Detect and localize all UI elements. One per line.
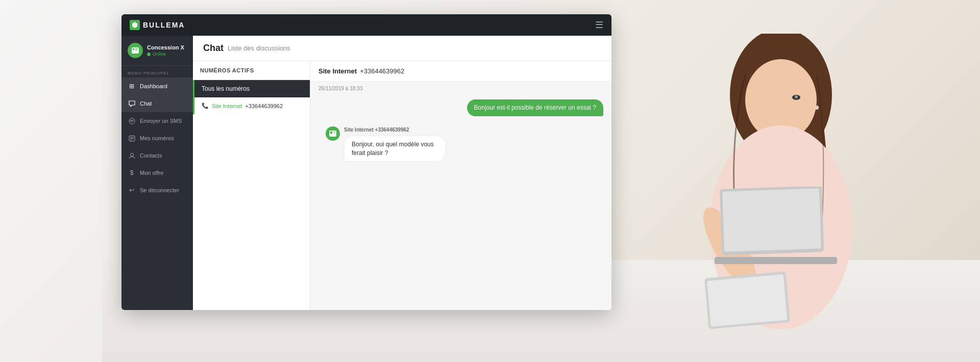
sidebar-item-contacts[interactable]: Contacts: [121, 147, 193, 164]
chat-body: Numéros actifs Tous les numéros 📞 Site I…: [193, 61, 611, 310]
profile-status: Online: [147, 51, 187, 57]
sidebar-item-label-sms: Envoyer un SMS: [140, 118, 182, 124]
conv-timestamp: 26/11/2019 à 18:33: [310, 82, 611, 95]
svg-rect-22: [707, 274, 787, 327]
sidebar-item-label-chat: Chat: [140, 100, 152, 107]
svg-rect-28: [715, 257, 837, 264]
svg-rect-41: [333, 132, 335, 133]
offre-icon: $: [128, 169, 136, 177]
svg-rect-40: [330, 132, 332, 134]
hamburger-icon[interactable]: ☰: [595, 19, 603, 31]
status-label: Online: [153, 51, 166, 57]
logo-area: BULLEMA: [130, 20, 185, 30]
number-item-all[interactable]: Tous les numéros: [193, 80, 310, 97]
chat-icon: [128, 99, 136, 108]
profile-avatar: [128, 43, 143, 58]
messages-area: Bonjour est-il possible de réserver un e…: [310, 95, 611, 310]
laptop-decoration: [715, 187, 837, 270]
svg-point-24: [795, 95, 798, 98]
svg-point-25: [815, 106, 819, 110]
received-sender-label: Site Internet +33644639962: [344, 126, 479, 134]
sms-icon: [128, 117, 136, 125]
sidebar-item-label-contacts: Contacts: [140, 152, 162, 159]
svg-rect-27: [722, 188, 821, 252]
sidebar-item-envoyer-sms[interactable]: Envoyer un SMS: [121, 112, 193, 130]
sidebar-item-mon-offre[interactable]: $ Mon offre: [121, 164, 193, 182]
received-avatar: [326, 126, 340, 141]
sidebar-item-dashboard[interactable]: ⊞ Dashboard: [121, 77, 193, 95]
top-bar: BULLEMA ☰: [121, 14, 611, 36]
profile-name: Concession X: [147, 44, 187, 50]
sidebar-item-label-numeros: Mes numéros: [140, 135, 174, 141]
sidebar-item-label-deconnecter: Se déconnecter: [140, 187, 179, 193]
conversation-panel: Site Internet +33644639962 26/11/2019 à …: [310, 61, 611, 310]
number-item-site-internet[interactable]: 📞 Site Internet +33644639962: [193, 97, 310, 114]
sidebar-item-chat[interactable]: Chat: [121, 95, 193, 112]
sidebar-item-label-dashboard: Dashboard: [140, 83, 167, 89]
sidebar-profile: Concession X Online: [121, 36, 193, 66]
message-received-text: Bonjour, oui quel modèle vous ferait pla…: [352, 141, 434, 157]
sidebar-item-label-offre: Mon offre: [140, 170, 163, 176]
app-body: Concession X Online MENU PRINCIPAL ⊞ Das…: [121, 36, 611, 310]
sidebar: Concession X Online MENU PRINCIPAL ⊞ Das…: [121, 36, 193, 310]
profile-row: Concession X Online: [128, 43, 187, 58]
sidebar-menu: ⊞ Dashboard Chat: [121, 77, 193, 199]
dashboard-icon: ⊞: [128, 82, 136, 90]
chat-header: Chat Liste des discussions: [193, 36, 611, 61]
number-item-site-number: +33644639962: [245, 103, 283, 109]
message-received-row: Site Internet +33644639962 Bonjour, oui …: [318, 122, 486, 166]
numbers-header: Numéros actifs: [193, 61, 310, 80]
numbers-panel: Numéros actifs Tous les numéros 📞 Site I…: [193, 61, 310, 310]
sidebar-item-mes-numeros[interactable]: Mes numéros: [121, 130, 193, 147]
conv-header: Site Internet +33644639962: [310, 61, 611, 82]
main-content: Chat Liste des discussions Numéros actif…: [193, 36, 611, 310]
message-sent-row: Bonjour est-il possible de réserver un e…: [318, 99, 603, 116]
number-item-site-name: Site Internet: [212, 103, 242, 109]
status-dot: [147, 53, 151, 56]
svg-rect-30: [133, 48, 134, 50]
svg-point-38: [130, 153, 133, 156]
chat-page-title: Chat: [203, 43, 224, 54]
message-sent-text: Bonjour est-il possible de réserver un e…: [474, 104, 596, 111]
numeros-icon: [128, 134, 136, 142]
conv-header-name: Site Internet: [318, 67, 357, 75]
profile-info: Concession X Online: [147, 44, 187, 57]
app-window: BULLEMA ☰ Concess: [121, 14, 611, 310]
message-bubble-received: Bonjour, oui quel modèle vous ferait pla…: [344, 136, 446, 162]
contacts-icon: [128, 151, 136, 160]
number-item-all-label: Tous les numéros: [202, 85, 250, 92]
menu-section-label: MENU PRINCIPAL: [121, 66, 193, 77]
svg-rect-32: [135, 50, 137, 51]
svg-rect-31: [135, 48, 138, 49]
phone-icon: 📞: [202, 102, 209, 109]
conv-header-number: +33644639962: [360, 67, 404, 75]
message-bubble-sent: Bonjour est-il possible de réserver un e…: [467, 99, 603, 116]
deconnecter-icon: ↩: [128, 186, 136, 194]
sidebar-item-deconnecter[interactable]: ↩ Se déconnecter: [121, 182, 193, 199]
logo-text: BULLEMA: [143, 21, 185, 29]
logo-icon: [130, 20, 140, 30]
chat-page-subtitle: Liste des discussions: [228, 44, 290, 52]
